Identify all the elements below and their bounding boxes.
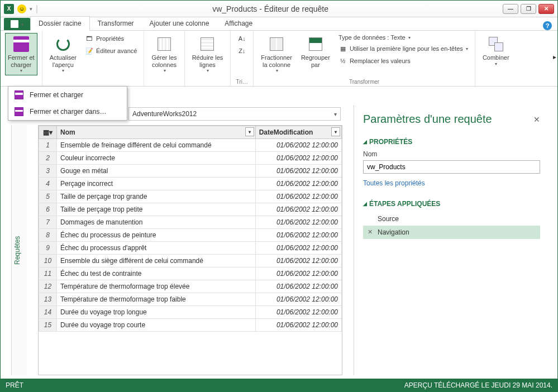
table-row[interactable]: 14Durée du voyage trop longue01/06/2002 … <box>39 306 342 319</box>
cell-nom[interactable]: Durée du voyage trop longue <box>57 306 256 319</box>
row-number[interactable]: 12 <box>39 280 57 293</box>
table-row[interactable]: 15Durée du voyage trop courte01/06/2002 … <box>39 319 342 332</box>
row-number[interactable]: 1 <box>39 139 57 152</box>
row-number[interactable]: 5 <box>39 190 57 203</box>
row-number[interactable]: 15 <box>39 319 57 332</box>
maximize-button[interactable]: ❐ <box>521 4 536 14</box>
qat-dropdown-icon[interactable]: ▾ <box>30 6 32 12</box>
row-number[interactable]: 6 <box>39 203 57 216</box>
smiley-icon[interactable]: ☺ <box>17 4 26 13</box>
all-properties-link[interactable]: Toutes les propriétés <box>363 179 425 187</box>
cell-nom[interactable]: Température de thermoformage trop faible <box>57 293 256 306</box>
cell-date[interactable]: 01/06/2002 12:00:00 <box>255 306 341 319</box>
data-type-button[interactable]: Type de données : Texte ▾ <box>336 33 470 42</box>
group-by-button[interactable]: Regrouper par <box>298 33 333 70</box>
row-number[interactable]: 13 <box>39 293 57 306</box>
file-tab[interactable]: ▾ <box>4 18 30 30</box>
cell-nom[interactable]: Couleur incorrecte <box>57 152 256 165</box>
cell-nom[interactable]: Échec du processus de peinture <box>57 229 256 242</box>
chevron-down-icon[interactable]: ▾ <box>334 111 337 117</box>
query-name-input[interactable] <box>363 160 540 174</box>
refresh-preview-button[interactable]: Actualiser l'aperçu ▾ <box>47 33 79 75</box>
cell-nom[interactable]: Perçage incorrect <box>57 178 256 190</box>
step-source[interactable]: Source <box>363 212 540 226</box>
cell-date[interactable]: 01/06/2002 12:00:00 <box>255 190 341 203</box>
table-row[interactable]: 12Température de thermoformage trop élev… <box>39 280 342 293</box>
cell-nom[interactable]: Échec du test de contrainte <box>57 267 256 280</box>
cell-date[interactable]: 01/06/2002 12:00:00 <box>255 319 341 332</box>
help-icon[interactable]: ? <box>543 21 552 30</box>
properties-button[interactable]: 🗔 Propriétés <box>83 33 139 44</box>
filter-icon[interactable]: ▾ <box>245 127 254 136</box>
cell-nom[interactable]: Ensemble de freinage différent de celui … <box>57 139 256 152</box>
cell-nom[interactable]: Dommages de manutention <box>57 216 256 229</box>
cell-nom[interactable]: Taille de perçage trop grande <box>57 190 256 203</box>
step-navigation[interactable]: ✕ Navigation <box>363 226 540 239</box>
row-number[interactable]: 4 <box>39 178 57 190</box>
menu-close-and-load-to[interactable]: Fermer et charger dans… <box>8 103 127 120</box>
table-row[interactable]: 10Ensemble du siège différent de celui c… <box>39 255 342 267</box>
advanced-editor-button[interactable]: 📝 Éditeur avancé <box>83 45 139 56</box>
applied-steps-section-head[interactable]: ◢ ÉTAPES APPLIQUÉES <box>363 200 540 208</box>
manage-columns-button[interactable]: Gérer les colonnes ▾ <box>149 33 179 75</box>
cell-nom[interactable]: Durée du voyage trop courte <box>57 319 256 332</box>
tab-ajouter-colonne[interactable]: Ajouter une colonne <box>142 17 217 30</box>
row-number[interactable]: 14 <box>39 306 57 319</box>
row-number[interactable]: 8 <box>39 229 57 242</box>
row-number[interactable]: 2 <box>39 152 57 165</box>
replace-values-button[interactable]: ½ Remplacer les valeurs <box>336 55 470 66</box>
table-row[interactable]: 4Perçage incorrect01/06/2002 12:00:00 <box>39 178 342 190</box>
use-first-row-headers-button[interactable]: ▦ Utiliser la première ligne pour les en… <box>336 43 470 54</box>
combine-button[interactable]: Combiner ▾ <box>480 33 512 69</box>
table-row[interactable]: 13Température de thermoformage trop faib… <box>39 293 342 306</box>
cell-nom[interactable]: Température de thermoformage trop élevée <box>57 280 256 293</box>
delete-step-icon[interactable]: ✕ <box>368 228 373 236</box>
cell-date[interactable]: 01/06/2002 12:00:00 <box>255 216 341 229</box>
table-row[interactable]: 9Échec du processus d'apprêt01/06/2002 1… <box>39 242 342 255</box>
row-number[interactable]: 11 <box>39 267 57 280</box>
cell-date[interactable]: 01/06/2002 12:00:00 <box>255 280 341 293</box>
table-row[interactable]: 2Couleur incorrecte01/06/2002 12:00:00 <box>39 152 342 165</box>
panel-close-button[interactable]: ✕ <box>533 115 540 124</box>
table-row[interactable]: 11Échec du test de contrainte01/06/2002 … <box>39 267 342 280</box>
row-number[interactable]: 3 <box>39 165 57 178</box>
cell-date[interactable]: 01/06/2002 12:00:00 <box>255 267 341 280</box>
cell-nom[interactable]: Échec du processus d'apprêt <box>57 242 256 255</box>
cell-nom[interactable]: Taille de perçage trop petite <box>57 203 256 216</box>
table-row[interactable]: 7Dommages de manutention01/06/2002 12:00… <box>39 216 342 229</box>
ribbon-overflow-button[interactable]: ▸ <box>553 53 556 61</box>
sort-asc-button[interactable]: A↓ <box>235 33 249 44</box>
split-column-button[interactable]: Fractionner la colonne ▾ <box>258 33 295 75</box>
queries-sidebar[interactable]: Requêtes <box>11 125 27 375</box>
tab-transformer[interactable]: Transformer <box>90 17 142 30</box>
cell-date[interactable]: 01/06/2002 12:00:00 <box>255 255 341 267</box>
cell-date[interactable]: 01/06/2002 12:00:00 <box>255 139 341 152</box>
table-row[interactable]: 1Ensemble de freinage différent de celui… <box>39 139 342 152</box>
minimize-button[interactable]: — <box>503 4 518 14</box>
tab-affichage[interactable]: Affichage <box>217 17 260 30</box>
row-number[interactable]: 7 <box>39 216 57 229</box>
table-row[interactable]: 3Gouge en métal01/06/2002 12:00:00 <box>39 165 342 178</box>
source-bar[interactable]: AdventureWorks2012 ▾ <box>128 107 341 121</box>
cell-nom[interactable]: Gouge en métal <box>57 165 256 178</box>
table-row[interactable]: 6Taille de perçage trop petite01/06/2002… <box>39 203 342 216</box>
close-and-load-button[interactable]: Fermer et charger ▾ <box>5 33 37 75</box>
column-header-nom[interactable]: Nom ▾ <box>57 126 256 139</box>
row-number[interactable]: 10 <box>39 255 57 267</box>
cell-date[interactable]: 01/06/2002 12:00:00 <box>255 165 341 178</box>
menu-close-and-load[interactable]: Fermer et charger <box>8 87 127 103</box>
table-corner[interactable]: ▦▾ <box>39 126 57 139</box>
table-row[interactable]: 8Échec du processus de peinture01/06/200… <box>39 229 342 242</box>
cell-date[interactable]: 01/06/2002 12:00:00 <box>255 203 341 216</box>
row-number[interactable]: 9 <box>39 242 57 255</box>
cell-date[interactable]: 01/06/2002 12:00:00 <box>255 229 341 242</box>
cell-date[interactable]: 01/06/2002 12:00:00 <box>255 152 341 165</box>
cell-date[interactable]: 01/06/2002 12:00:00 <box>255 293 341 306</box>
reduce-rows-button[interactable]: Réduire les lignes ▾ <box>189 33 226 75</box>
column-header-date[interactable]: DateModification ▾ <box>255 126 341 139</box>
sort-desc-button[interactable]: Z↓ <box>235 45 249 56</box>
properties-section-head[interactable]: ◢ PROPRIÉTÉS <box>363 138 540 146</box>
filter-icon[interactable]: ▾ <box>331 127 340 136</box>
cell-date[interactable]: 01/06/2002 12:00:00 <box>255 178 341 190</box>
table-row[interactable]: 5Taille de perçage trop grande01/06/2002… <box>39 190 342 203</box>
